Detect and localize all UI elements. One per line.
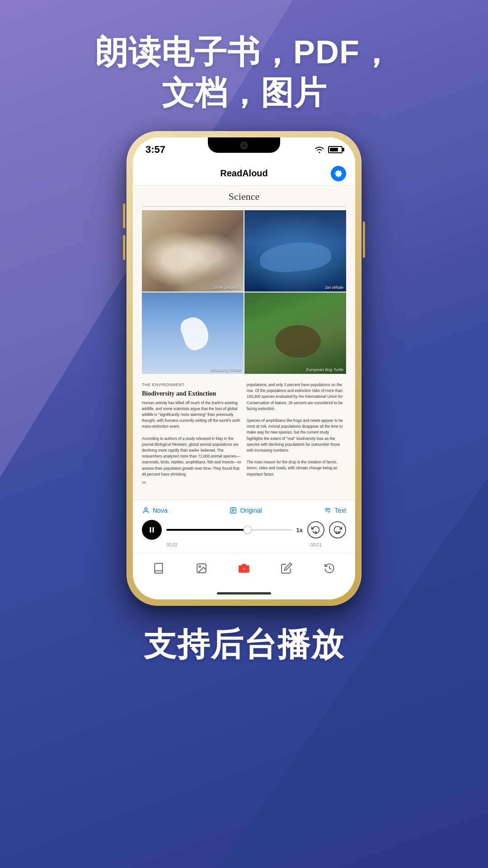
lines-icon xyxy=(324,506,332,514)
nav-edit-btn[interactable] xyxy=(273,557,300,580)
edit-icon xyxy=(281,562,292,574)
speed-button[interactable]: 1x xyxy=(296,527,303,533)
voice-mode-btn[interactable]: Nova xyxy=(142,506,168,514)
wifi-icon xyxy=(314,146,324,153)
progress-track[interactable] xyxy=(166,529,292,531)
phone-screen: 3:57 ReadAloud xyxy=(133,137,355,599)
nav-history-btn[interactable] xyxy=(316,557,343,580)
svg-point-7 xyxy=(243,567,245,570)
app-header: ReadAloud xyxy=(133,162,355,185)
content-area: Science Snow Leopards Sei Whale Whooping… xyxy=(133,185,355,500)
time-row: 00:02 -00:01 xyxy=(142,542,346,549)
current-time: 00:02 xyxy=(166,542,178,547)
leopards-label: Snow Leopards xyxy=(212,285,241,290)
text-format-icon xyxy=(229,506,237,514)
app-title: ReadAloud xyxy=(220,168,268,179)
article-title: Biodiversity and Extinction xyxy=(142,390,241,398)
player-bar: Nova Original xyxy=(133,500,355,553)
history-icon xyxy=(324,562,335,574)
whale-label: Sei Whale xyxy=(325,285,343,290)
article-col-right: populations, and only 3 percent have pop… xyxy=(247,382,346,486)
grid-cell-crane: Whooping Crane xyxy=(142,292,244,374)
book-icon xyxy=(153,562,164,574)
player-modes: Nova Original xyxy=(142,506,346,514)
top-headline: 朗读电子书，PDF， 文档，图片 xyxy=(95,32,393,113)
skip-forward-label: 15 xyxy=(335,530,340,535)
original-mode-btn[interactable]: Original xyxy=(229,506,262,514)
phone-frame: 3:57 ReadAloud xyxy=(127,131,361,606)
nav-images-btn[interactable] xyxy=(188,557,215,580)
gear-icon xyxy=(334,170,343,178)
article-heading: THE ENVIRONMENT xyxy=(142,382,241,388)
headline-line1: 朗读电子书，PDF， xyxy=(95,34,393,70)
bottom-headline-text: 支持后台播放 xyxy=(144,623,344,666)
article-body-col2: populations, and only 3 percent have pop… xyxy=(247,382,346,477)
person-icon xyxy=(142,506,150,514)
magazine-page: Science Snow Leopards Sei Whale Whooping… xyxy=(133,185,355,500)
image-icon xyxy=(196,562,207,574)
camera-icon xyxy=(238,562,250,574)
grid-cell-turtle: European Bog Turtle xyxy=(244,292,346,374)
svg-point-0 xyxy=(145,508,147,510)
play-pause-button[interactable] xyxy=(142,520,162,540)
phone-notch xyxy=(208,137,280,153)
article-body-col1: Human activity has killed off much of th… xyxy=(142,400,241,477)
text-mode-btn[interactable]: Text xyxy=(324,506,346,514)
turtle-label: European Bog Turtle xyxy=(306,368,343,372)
settings-button[interactable] xyxy=(331,166,346,181)
progress-thumb xyxy=(244,526,251,533)
remaining-time: -00:01 xyxy=(309,542,322,547)
nav-camera-btn[interactable] xyxy=(230,557,258,580)
svg-point-5 xyxy=(199,566,200,567)
skip-back-label: 6 xyxy=(314,530,317,535)
headline-line2: 文档，图片 xyxy=(162,75,327,111)
page-number: 56 xyxy=(142,480,241,486)
home-indicator xyxy=(133,587,355,599)
skip-back-button[interactable]: 6 xyxy=(307,521,324,538)
image-grid: Snow Leopards Sei Whale Whooping Crane E… xyxy=(142,210,346,374)
voice-label: Nova xyxy=(153,507,168,514)
grid-cell-leopards: Snow Leopards xyxy=(142,210,244,292)
bottom-nav xyxy=(133,553,355,587)
text-label: Text xyxy=(334,507,346,514)
status-icons xyxy=(314,146,343,153)
magazine-section-title: Science xyxy=(142,185,346,207)
skip-forward-button[interactable]: 15 xyxy=(329,521,346,538)
progress-fill xyxy=(166,529,248,531)
svg-rect-2 xyxy=(150,527,151,533)
article-section: THE ENVIRONMENT Biodiversity and Extinct… xyxy=(133,377,355,490)
nav-library-btn[interactable] xyxy=(145,557,172,580)
battery-icon xyxy=(328,146,343,153)
progress-row: 1x 6 15 xyxy=(142,520,346,540)
article-col-left: THE ENVIRONMENT Biodiversity and Extinct… xyxy=(142,382,241,486)
svg-rect-3 xyxy=(153,527,154,533)
status-time: 3:57 xyxy=(145,144,165,156)
home-bar xyxy=(217,592,271,594)
bottom-headline: 支持后台播放 xyxy=(144,623,344,666)
grid-cell-whale: Sei Whale xyxy=(244,210,346,292)
mode-label: Original xyxy=(240,507,262,514)
crane-label: Whooping Crane xyxy=(210,368,241,372)
phone-mockup: 3:57 ReadAloud xyxy=(127,131,361,606)
